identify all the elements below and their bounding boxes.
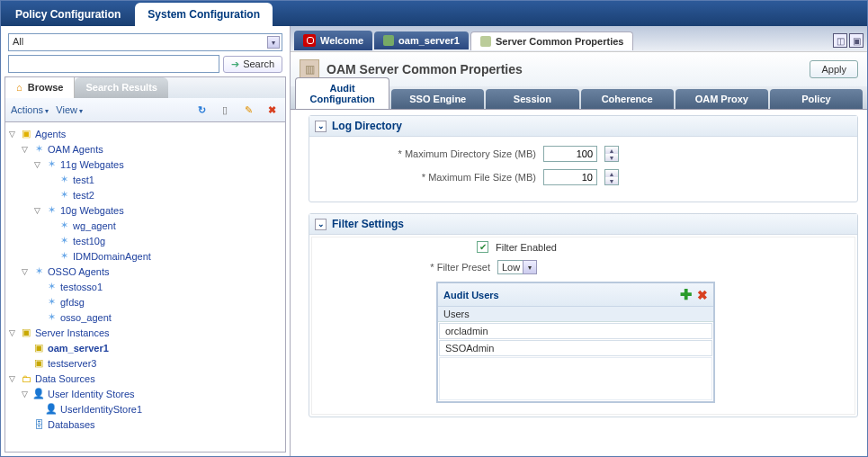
page-icon: ▥ <box>300 59 319 79</box>
properties-icon <box>480 36 491 47</box>
menu-view[interactable]: View <box>56 104 83 115</box>
tab-oam-server1[interactable]: oam_server1 <box>374 31 469 49</box>
tab-audit-configuration[interactable]: Audit Configuration <box>295 77 389 109</box>
filter-preset-value: Low <box>502 262 520 273</box>
tree-oam-agents[interactable]: ▽✶OAM Agents <box>7 141 283 157</box>
max-file-down[interactable]: ▼ <box>605 177 618 184</box>
tab-search-results[interactable]: Search Results <box>75 77 167 98</box>
audit-users-panel: Audit Users ✚ ✖ Users orcladmin SSOAdmin <box>436 282 715 403</box>
tree-11g-webgates[interactable]: ▽✶11g Webgates <box>7 157 283 172</box>
user-row-ssoadmin[interactable]: SSOAdmin <box>439 340 712 356</box>
browse-icon: ⌂ <box>16 82 22 93</box>
tab-system-configuration[interactable]: System Configuration <box>135 3 273 26</box>
right-panel: Welcome oam_server1 Server Common Proper… <box>291 26 867 456</box>
tab-policy-configuration[interactable]: Policy Configuration <box>3 3 133 26</box>
tree-osso-agents[interactable]: ▽✶OSSO Agents <box>7 264 283 279</box>
delete-icon[interactable]: ✖ <box>264 102 280 118</box>
search-input[interactable] <box>8 55 219 73</box>
max-dir-label: * Maximum Directory Size (MB) <box>320 148 536 159</box>
users-column-header: Users <box>438 307 713 322</box>
max-dir-up[interactable]: ▲ <box>605 147 618 154</box>
max-file-input[interactable] <box>543 169 597 185</box>
apply-button[interactable]: Apply <box>810 60 858 78</box>
audit-empty-area <box>439 357 712 400</box>
max-file-label: * Maximum File Size (MB) <box>320 172 536 183</box>
collapse-log-icon[interactable]: ⌄ <box>315 121 327 132</box>
tree-oam-server1[interactable]: ▣oam_server1 <box>7 340 283 355</box>
chevron-down-icon[interactable]: ▾ <box>523 260 537 274</box>
browse-tab-label: Browse <box>28 82 64 93</box>
tree-idmdomainagent[interactable]: ✶IDMDomainAgent <box>7 248 283 264</box>
tree-test2[interactable]: ✶test2 <box>7 187 283 202</box>
tree-wg-agent[interactable]: ✶wg_agent <box>7 218 283 233</box>
edit-icon[interactable]: ✎ <box>240 102 256 118</box>
panel-filter-title: Filter Settings <box>332 218 404 230</box>
tab-session[interactable]: Session <box>486 89 578 109</box>
tab-common-label: Server Common Properties <box>496 36 623 47</box>
tree-server-instances[interactable]: ▽▣Server Instances <box>7 325 283 340</box>
filter-preset-select[interactable]: Low ▾ <box>497 260 537 274</box>
left-panel: All ▾ ➔ Search ⌂ Browse Search Results A… <box>1 26 291 456</box>
collapse-filter-icon[interactable]: ⌄ <box>315 219 327 230</box>
max-dir-down[interactable]: ▼ <box>605 154 618 161</box>
search-icon: ➔ <box>231 58 239 70</box>
scope-select[interactable]: All ▾ <box>8 33 282 51</box>
tab-welcome-label: Welcome <box>320 35 363 46</box>
chevron-down-icon[interactable]: ▾ <box>267 36 280 49</box>
panel-log-title: Log Directory <box>332 120 402 132</box>
scope-value: All <box>13 36 23 47</box>
tree-user-identity-stores[interactable]: ▽👤User Identity Stores <box>7 386 283 401</box>
tab-oam-label: oam_server1 <box>398 35 460 46</box>
restore-window-icon[interactable]: ◫ <box>833 33 847 48</box>
filter-scroll[interactable]: ✔ Filter Enabled * Filter Preset Low ▾ <box>311 237 855 415</box>
tree-test1[interactable]: ✶test1 <box>7 172 283 187</box>
tab-browse[interactable]: ⌂ Browse <box>5 77 75 98</box>
max-file-up[interactable]: ▲ <box>605 170 618 177</box>
panel-log-directory: ⌄ Log Directory * Maximum Directory Size… <box>309 115 858 202</box>
tree-data-sources[interactable]: ▽🗀Data Sources <box>7 371 283 386</box>
cascade-window-icon[interactable]: ▣ <box>849 33 864 48</box>
tree-osso-agent[interactable]: ✶osso_agent <box>7 309 283 325</box>
tree-test10g[interactable]: ✶test10g <box>7 233 283 248</box>
tab-coherence[interactable]: Coherence <box>581 89 674 109</box>
refresh-icon[interactable]: ↻ <box>193 102 210 118</box>
tab-oam-proxy[interactable]: OAM Proxy <box>676 89 768 109</box>
panel-filter-settings: ⌄ Filter Settings ✔ Filter Enabled * Fil… <box>309 213 858 417</box>
tree-10g-webgates[interactable]: ▽✶10g Webgates <box>7 202 283 218</box>
filter-preset-label: * Filter Preset <box>373 262 490 273</box>
tab-policy[interactable]: Policy <box>770 89 863 109</box>
tree: ▽▣Agents ▽✶OAM Agents ▽✶11g Webgates ✶te… <box>4 122 286 453</box>
new-icon[interactable]: ▯ <box>217 102 233 118</box>
add-user-icon[interactable]: ✚ <box>680 286 692 303</box>
search-button-label: Search <box>243 58 274 69</box>
filter-enabled-label: Filter Enabled <box>496 242 557 253</box>
tree-databases[interactable]: 🗄Databases <box>7 417 283 432</box>
user-row-orcladmin[interactable]: orcladmin <box>439 323 712 339</box>
server-icon <box>383 35 394 46</box>
tree-useridentitystore1[interactable]: 👤UserIdentityStore1 <box>7 401 283 417</box>
tab-server-common-properties[interactable]: Server Common Properties <box>470 31 633 50</box>
tree-testserver3[interactable]: ▣testserver3 <box>7 355 283 371</box>
menu-actions[interactable]: Actions <box>11 104 49 115</box>
audit-users-title: Audit Users <box>443 290 680 300</box>
search-button[interactable]: ➔ Search <box>223 56 282 73</box>
max-dir-input[interactable] <box>543 146 597 162</box>
tree-agents[interactable]: ▽▣Agents <box>7 126 283 141</box>
tab-sso-engine[interactable]: SSO Engine <box>391 89 484 109</box>
tree-testosso1[interactable]: ✶testosso1 <box>7 279 283 294</box>
remove-user-icon[interactable]: ✖ <box>697 288 708 302</box>
oracle-logo-icon <box>303 34 316 47</box>
tree-gfdsg[interactable]: ✶gfdsg <box>7 294 283 309</box>
page-title: OAM Server Common Properties <box>327 62 802 76</box>
tab-welcome[interactable]: Welcome <box>294 31 372 50</box>
filter-enabled-checkbox[interactable]: ✔ <box>477 241 488 253</box>
